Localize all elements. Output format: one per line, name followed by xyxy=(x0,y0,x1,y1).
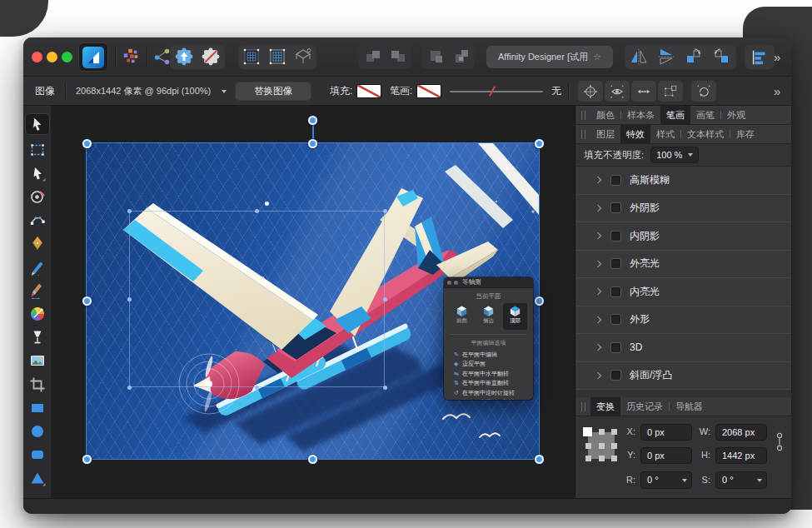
badge-upload-button[interactable] xyxy=(174,47,194,70)
x-input[interactable]: 0 px xyxy=(640,424,692,441)
anchor-bottom-left[interactable] xyxy=(585,456,591,461)
anchor-top-right[interactable] xyxy=(611,429,617,435)
transform-objects-button[interactable] xyxy=(658,81,683,102)
tab-layers[interactable]: 图层 xyxy=(590,125,620,144)
effect-row-gaussian-blur[interactable]: 高斯模糊 xyxy=(575,167,791,195)
expand-chevron-icon[interactable] xyxy=(595,316,601,323)
expand-chevron-icon[interactable] xyxy=(595,205,601,212)
tool-node-edit[interactable] xyxy=(28,212,46,229)
tool-artboard[interactable] xyxy=(28,141,46,158)
effect-checkbox[interactable] xyxy=(610,286,621,297)
panel-collapse-icon[interactable] xyxy=(454,281,458,285)
fill-swatch[interactable] xyxy=(356,84,381,98)
context-overflow-chevron[interactable]: » xyxy=(774,84,780,98)
anchor-bottom-right[interactable] xyxy=(611,456,617,461)
effect-checkbox[interactable] xyxy=(610,258,621,269)
tool-rectangle[interactable] xyxy=(28,399,46,416)
h-input[interactable]: 1442 px xyxy=(715,447,767,464)
tool-pen[interactable] xyxy=(28,235,46,252)
effect-row-inner-glow[interactable]: 内亮光 xyxy=(575,278,791,306)
stroke-width-slider[interactable] xyxy=(450,91,543,92)
link-dimensions-icon[interactable] xyxy=(775,431,784,454)
iso-option-edit-in-plane[interactable]: ✎ 在平面中编辑 xyxy=(444,350,533,360)
toolbar-overflow-chevron[interactable]: » xyxy=(774,50,780,64)
selection-handle-top-left[interactable] xyxy=(82,139,92,148)
tool-crop[interactable] xyxy=(28,376,46,393)
w-input[interactable]: 2068 px xyxy=(715,424,767,441)
pixel-persona-button[interactable] xyxy=(122,47,140,69)
tool-move[interactable] xyxy=(25,113,50,135)
expand-chevron-icon[interactable] xyxy=(595,232,601,239)
designer-persona-button[interactable] xyxy=(78,42,108,72)
anchor-top-left[interactable] xyxy=(583,427,592,436)
tool-ellipse[interactable] xyxy=(28,422,46,440)
export-persona-button[interactable] xyxy=(153,47,172,69)
panel-grip-icon[interactable] xyxy=(581,130,585,139)
selection-handle-bottom-right[interactable] xyxy=(535,455,544,464)
iso-option-flip-vertical[interactable]: ⇅ 在平面中垂直翻转 xyxy=(444,379,533,389)
tab-stock[interactable]: 库存 xyxy=(730,125,760,144)
child-handle[interactable] xyxy=(383,386,387,390)
effect-checkbox[interactable] xyxy=(610,314,621,325)
plane-side-button[interactable]: 侧边 xyxy=(476,303,501,330)
iso-option-flip-horizontal[interactable]: ⇋ 在平面中水平翻转 xyxy=(444,369,533,379)
document-title[interactable]: Affinity Designer [试用 ☆ xyxy=(486,46,613,68)
child-handle[interactable] xyxy=(255,209,259,213)
expand-chevron-icon[interactable] xyxy=(595,344,601,351)
tool-place-image[interactable] xyxy=(28,352,46,370)
anchor-center[interactable] xyxy=(599,443,605,449)
selection-handle-mid-right[interactable] xyxy=(535,296,544,306)
fill-opacity-dropdown[interactable]: 100 % xyxy=(650,147,699,163)
expand-chevron-icon[interactable] xyxy=(595,177,601,183)
child-handle[interactable] xyxy=(127,297,132,301)
scale-horizontal-button[interactable] xyxy=(631,81,656,102)
plane-manager-button[interactable] xyxy=(293,47,313,70)
snap-center-button[interactable] xyxy=(578,81,603,102)
image-dimensions-dropdown[interactable]: 2068x1442 像素 @ 96dpi (100%) xyxy=(76,77,211,106)
selection-handle-top-right[interactable] xyxy=(535,139,544,148)
tab-history[interactable]: 历史记录 xyxy=(620,397,669,416)
tab-styles[interactable]: 样式 xyxy=(650,125,680,144)
tab-effects[interactable]: 特效 xyxy=(620,125,650,144)
tool-node-select[interactable] xyxy=(28,164,46,182)
child-handle[interactable] xyxy=(127,386,132,390)
child-handle[interactable] xyxy=(255,386,259,390)
effect-checkbox[interactable] xyxy=(610,370,621,381)
child-handle[interactable] xyxy=(383,209,387,213)
close-button[interactable] xyxy=(32,52,42,62)
replace-image-button[interactable]: 替换图像 xyxy=(235,82,311,101)
insert-inside-button[interactable] xyxy=(426,47,446,70)
panel-close-icon[interactable] xyxy=(447,281,451,285)
tool-rounded-rectangle[interactable] xyxy=(28,446,46,464)
effect-row-3d[interactable]: 3D xyxy=(575,334,791,362)
effect-checkbox[interactable] xyxy=(610,202,621,213)
tab-text-styles[interactable]: 文本样式 xyxy=(681,125,730,144)
badge-disabled-button[interactable] xyxy=(201,47,221,70)
expand-chevron-icon[interactable] xyxy=(595,261,601,267)
selection-handle-top-center[interactable] xyxy=(308,139,317,148)
alignment-button[interactable] xyxy=(745,45,775,69)
rotate-selection-button[interactable] xyxy=(691,81,716,102)
anchor-mid-right[interactable] xyxy=(611,443,617,449)
y-input[interactable]: 0 px xyxy=(640,447,692,464)
flip-vertical-button[interactable] xyxy=(656,47,676,70)
rotation-handle[interactable] xyxy=(308,116,317,125)
child-handle[interactable] xyxy=(383,297,387,301)
edit-grid-button[interactable] xyxy=(267,47,287,70)
expand-chevron-icon[interactable] xyxy=(595,372,601,379)
preview-mode-button[interactable] xyxy=(605,81,630,102)
selection-handle-bottom-center[interactable] xyxy=(308,455,317,464)
insert-behind-button[interactable] xyxy=(363,47,383,70)
child-handle[interactable] xyxy=(127,209,132,213)
canvas[interactable]: 等轴测 当前平面 前面 xyxy=(52,106,575,498)
insert-replace-button[interactable] xyxy=(451,47,471,70)
anchor-top-center[interactable] xyxy=(599,429,605,435)
tab-transform[interactable]: 变换 xyxy=(590,397,620,416)
effect-row-outer-glow[interactable]: 外亮光 xyxy=(575,251,791,279)
rotate-ccw-button[interactable] xyxy=(684,47,704,70)
isometric-panel-header[interactable]: 等轴测 xyxy=(444,277,533,288)
tool-pencil[interactable] xyxy=(28,258,46,276)
flip-horizontal-button[interactable] xyxy=(629,47,649,70)
stroke-swatch[interactable] xyxy=(416,84,441,98)
selection-handle-bottom-left[interactable] xyxy=(82,455,92,464)
